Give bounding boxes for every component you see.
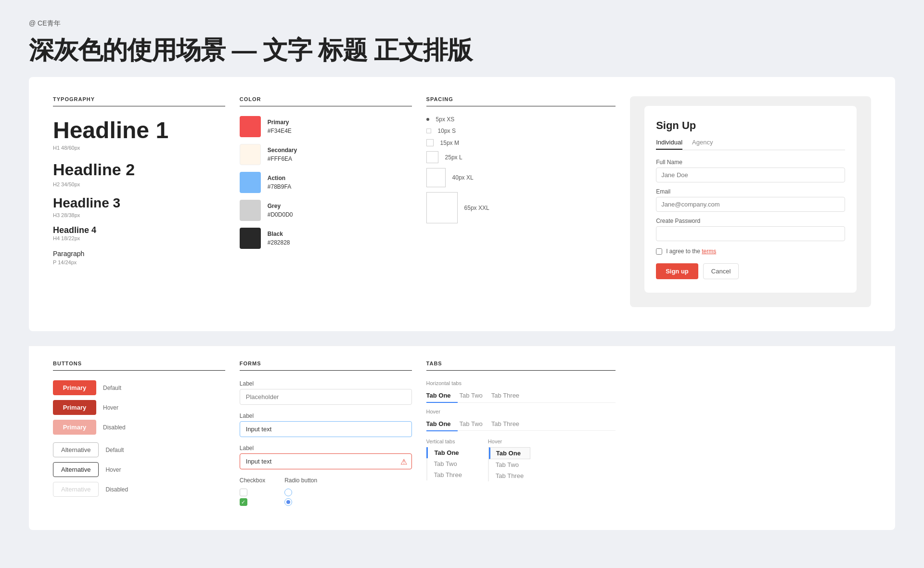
main-card: TYPOGRAPHY Headline 1 H1 48/60px Headlin… bbox=[29, 77, 895, 331]
checkbox-label: Checkbox bbox=[240, 477, 265, 484]
typography-section: TYPOGRAPHY Headline 1 H1 48/60px Headlin… bbox=[53, 96, 240, 307]
bottom-row: BUTTONS Primary Default Primary Hover Pr… bbox=[29, 346, 895, 530]
typo-paragraph: Paragraph bbox=[53, 248, 225, 259]
color-swatch-black bbox=[240, 228, 261, 249]
tab-one-hover[interactable]: Tab One bbox=[426, 417, 458, 431]
color-section-title: COLOR bbox=[240, 96, 412, 102]
tab-one-vert-hover[interactable]: Tab One bbox=[489, 447, 530, 459]
spacing-box-s bbox=[426, 129, 431, 133]
btn-alt-default-row: Alternative Default bbox=[53, 442, 225, 457]
terms-checkbox[interactable] bbox=[656, 248, 662, 255]
color-code-action: #78B9FA bbox=[268, 182, 291, 191]
tab-three-vert-hover[interactable]: Tab Three bbox=[489, 470, 530, 481]
tabs-vertical: Tab One Tab Two Tab Three bbox=[426, 447, 469, 480]
buttons-section-title: BUTTONS bbox=[53, 361, 225, 366]
checkbox-checked[interactable] bbox=[240, 498, 247, 506]
radio-label: Radio button bbox=[284, 477, 317, 484]
form-group-3: Label ⚠ bbox=[240, 445, 412, 469]
tab-three-hover[interactable]: Tab Three bbox=[491, 417, 526, 431]
tabs-vert-label: Vertical tabs bbox=[426, 439, 469, 444]
tabs-horiz-label: Horizontal tabs bbox=[426, 380, 616, 386]
color-row-grey: Grey #D0D0D0 bbox=[240, 200, 412, 221]
tab-individual[interactable]: Individual bbox=[656, 139, 682, 150]
spacing-box-xl bbox=[426, 168, 446, 187]
tab-two-hover[interactable]: Tab Two bbox=[460, 417, 489, 431]
btn-alt-state-default: Default bbox=[105, 447, 124, 453]
tab-one-vert[interactable]: Tab One bbox=[426, 447, 469, 458]
label-password: Create Password bbox=[656, 218, 845, 224]
checkbox-item-checked bbox=[240, 498, 265, 506]
btn-primary-disabled: Primary bbox=[53, 420, 96, 435]
tab-one-horiz[interactable]: Tab One bbox=[426, 389, 458, 403]
tab-two-vert[interactable]: Tab Two bbox=[427, 458, 469, 469]
color-name-primary: Primary bbox=[268, 118, 292, 127]
color-swatch-secondary bbox=[240, 144, 261, 165]
checkbox-unchecked[interactable] bbox=[240, 489, 247, 496]
terms-link[interactable]: terms bbox=[702, 248, 716, 255]
btn-primary-hover-row: Primary Hover bbox=[53, 400, 225, 415]
input-fullname[interactable] bbox=[656, 168, 845, 182]
tab-three-vert[interactable]: Tab Three bbox=[427, 469, 469, 480]
color-swatch-primary bbox=[240, 116, 261, 137]
typo-h2-label: H2 34/50px bbox=[53, 181, 225, 187]
input-password[interactable] bbox=[656, 226, 845, 241]
spacing-row-xxl: 65px XXL bbox=[426, 192, 616, 223]
spacing-section-title: SPACING bbox=[426, 96, 616, 102]
radio-unchecked[interactable] bbox=[284, 489, 292, 496]
input-email[interactable] bbox=[656, 197, 845, 212]
typo-h1-label: H1 48/60px bbox=[53, 145, 225, 151]
btn-primary-default[interactable]: Primary bbox=[53, 380, 96, 395]
signup-title: Sign Up bbox=[656, 119, 845, 132]
spacing-label-m: 15px M bbox=[440, 140, 459, 146]
form-input-error[interactable] bbox=[240, 453, 412, 469]
color-code-grey: #D0D0D0 bbox=[268, 210, 293, 219]
tabs-section-title: TABS bbox=[426, 361, 616, 366]
signup-tabs: Individual Agency bbox=[656, 139, 845, 150]
tabs-hover-label: Hover bbox=[426, 409, 616, 414]
page-header: @ CE青年 深灰色的使用场景 — 文字 标题 正文排版 bbox=[0, 0, 924, 77]
tab-two-vert-hover[interactable]: Tab Two bbox=[489, 459, 530, 470]
tabs-vertical-right: Hover Tab One Tab Two Tab Three bbox=[488, 439, 530, 481]
color-name-grey: Grey bbox=[268, 202, 293, 210]
signup-button[interactable]: Sign up bbox=[656, 263, 698, 279]
btn-primary-hover[interactable]: Primary bbox=[53, 400, 96, 415]
spacing-label-l: 25px L bbox=[445, 154, 462, 161]
spacing-box-m bbox=[426, 139, 434, 146]
spacing-label-xl: 40px XL bbox=[452, 174, 474, 181]
tab-two-horiz[interactable]: Tab Two bbox=[460, 389, 489, 402]
page-title: 深灰色的使用场景 — 文字 标题 正文排版 bbox=[29, 34, 895, 67]
tabs-vert-hover-label: Hover bbox=[488, 439, 530, 444]
tab-agency[interactable]: Agency bbox=[692, 139, 713, 150]
btn-alt-state-disabled: Disabled bbox=[105, 486, 128, 493]
typo-h2: Headline 2 bbox=[53, 157, 225, 181]
spacing-row-s: 10px S bbox=[426, 128, 616, 134]
tab-three-horiz[interactable]: Tab Three bbox=[491, 389, 526, 402]
spacing-label-xxl: 65px XXL bbox=[464, 205, 489, 211]
spacing-box-l bbox=[426, 151, 438, 163]
checkbox-item-unchecked bbox=[240, 489, 265, 496]
typo-h4-label: H4 18/22px bbox=[53, 235, 225, 241]
btn-alt-default[interactable]: Alternative bbox=[53, 442, 99, 457]
radio-item-unchecked bbox=[284, 489, 317, 496]
bottom-empty-area bbox=[630, 361, 871, 506]
btn-alt-state-hover: Hover bbox=[105, 466, 121, 473]
typo-h4: Headline 4 bbox=[53, 225, 225, 235]
btn-alt-disabled-row: Alternative Disabled bbox=[53, 482, 225, 497]
color-code-primary: #F34E4E bbox=[268, 127, 292, 135]
cancel-button[interactable]: Cancel bbox=[703, 263, 739, 279]
btn-alt-hover[interactable]: Alternative bbox=[53, 462, 99, 477]
tabs-vertical-container: Vertical tabs Tab One Tab Two Tab Three … bbox=[426, 439, 616, 481]
radio-checked[interactable] bbox=[284, 498, 292, 506]
form-input-placeholder[interactable] bbox=[240, 389, 412, 405]
spacing-label-xs: 5px XS bbox=[436, 116, 455, 123]
form-input-error-wrapper: ⚠ bbox=[240, 453, 412, 469]
spacing-row-m: 15px M bbox=[426, 139, 616, 146]
color-code-secondary: #FFF6EA bbox=[268, 155, 297, 163]
color-swatch-grey bbox=[240, 200, 261, 221]
btn-primary-default-row: Primary Default bbox=[53, 380, 225, 395]
spacing-row-xs: 5px XS bbox=[426, 116, 616, 123]
form-input-active[interactable] bbox=[240, 421, 412, 437]
color-row-secondary: Secondary #FFF6EA bbox=[240, 144, 412, 165]
spacing-section: SPACING 5px XS 10px S 15px M 25px L 40px… bbox=[426, 96, 630, 307]
color-name-action: Action bbox=[268, 174, 291, 182]
